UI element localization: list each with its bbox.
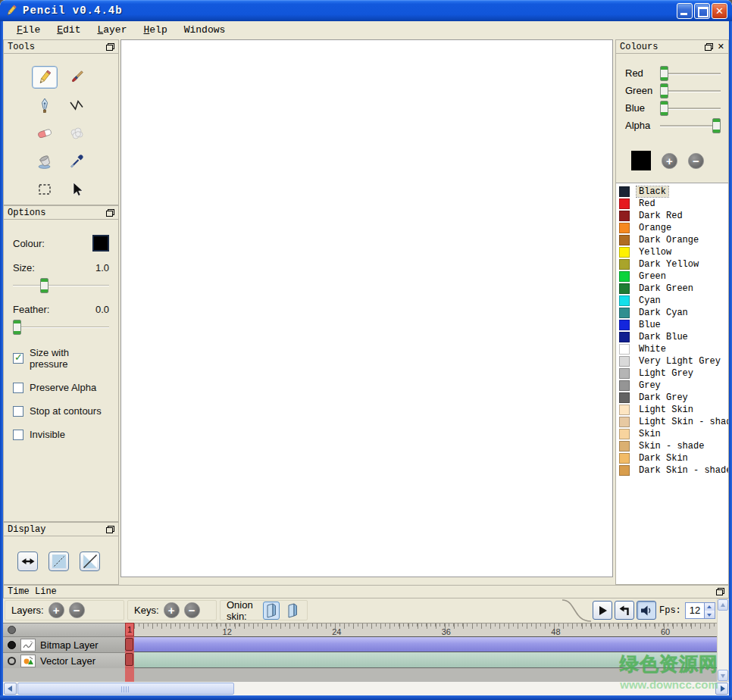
colour-list-item[interactable]: Skin - shade <box>616 440 728 452</box>
scrollbar-thumb[interactable] <box>17 683 234 695</box>
colour-list-item[interactable]: Dark Skin <box>616 452 728 464</box>
close-button[interactable] <box>712 3 727 19</box>
add-colour-button[interactable]: + <box>662 153 677 169</box>
add-key-button[interactable]: + <box>164 602 180 618</box>
colour-list-item[interactable]: Black <box>616 186 728 198</box>
tool-move-button[interactable] <box>64 178 89 201</box>
maximize-button[interactable] <box>694 3 710 19</box>
colour-list-item[interactable]: Dark Red <box>616 210 728 222</box>
feather-slider[interactable] <box>13 320 109 335</box>
drawing-canvas[interactable] <box>120 39 613 577</box>
timeline-horizontal-scrollbar[interactable] <box>3 682 729 695</box>
size-slider-thumb[interactable] <box>40 278 48 293</box>
colour-list-item[interactable]: Dark Green <box>616 283 728 295</box>
current-frame-indicator[interactable]: 1 <box>125 623 134 636</box>
visibility-all-icon[interactable] <box>8 626 16 634</box>
colour-list-item[interactable]: Dark Skin - shade <box>616 464 728 477</box>
colour-list-item[interactable]: Orange <box>616 222 728 234</box>
colour-list-item[interactable]: Green <box>616 270 728 283</box>
current-colour-swatch[interactable] <box>92 235 109 252</box>
visibility-on-icon[interactable] <box>8 641 16 649</box>
checkbox-icon[interactable] <box>13 406 23 417</box>
colour-list-item[interactable]: Dark Cyan <box>616 307 728 319</box>
scroll-right-icon[interactable] <box>715 683 728 695</box>
tool-select-button[interactable] <box>32 178 58 201</box>
tool-pencil-button[interactable] <box>32 66 58 89</box>
display-panel-header[interactable]: Display <box>4 523 118 536</box>
checkbox-icon[interactable] <box>13 353 23 364</box>
outlines-button[interactable] <box>80 552 100 571</box>
timeline-tracks[interactable]: 1224364860 1 <box>125 623 717 682</box>
fps-spinner[interactable]: 12 <box>685 602 715 619</box>
colour-list-item[interactable]: Blue <box>616 319 728 331</box>
colour-list-item[interactable]: Dark Blue <box>616 331 728 343</box>
colour-list-item[interactable]: Light Skin <box>616 404 728 416</box>
colour-list-item[interactable]: Very Light Grey <box>616 355 728 367</box>
option-checkbox-row[interactable]: Stop at contours <box>13 405 109 417</box>
thin-lines-button[interactable] <box>48 552 69 571</box>
colour-list-item[interactable]: Grey <box>616 380 728 392</box>
vector-layer-track[interactable] <box>125 652 717 668</box>
visibility-off-icon[interactable] <box>8 657 16 665</box>
remove-key-button[interactable]: − <box>184 602 200 618</box>
colour-list-item[interactable]: Dark Yellow <box>616 258 728 270</box>
float-panel-icon[interactable] <box>106 526 114 533</box>
menu-item[interactable]: Help <box>136 23 174 37</box>
float-panel-icon[interactable] <box>106 43 114 51</box>
channel-slider-thumb[interactable] <box>660 83 668 98</box>
option-checkbox-row[interactable]: Size with pressure <box>13 347 109 370</box>
flip-horizontal-button[interactable] <box>17 552 38 571</box>
size-slider[interactable] <box>13 278 109 293</box>
bitmap-layer-track[interactable] <box>125 636 717 652</box>
float-panel-icon[interactable] <box>106 209 114 217</box>
sound-button[interactable] <box>637 601 656 620</box>
loop-button[interactable] <box>615 601 634 620</box>
layer-row-vector[interactable]: Vector Layer <box>3 652 125 668</box>
tool-eraser-button[interactable] <box>32 122 58 145</box>
colour-list-item[interactable]: Cyan <box>616 295 728 307</box>
float-panel-icon[interactable] <box>716 588 724 595</box>
colour-list-item[interactable]: Yellow <box>616 246 728 258</box>
tool-pen-button[interactable] <box>32 94 58 117</box>
float-panel-icon[interactable] <box>705 43 713 51</box>
menu-item[interactable]: Windows <box>177 23 233 37</box>
onion-next-button[interactable] <box>284 602 301 620</box>
colour-list-item[interactable]: Skin <box>616 428 728 440</box>
colour-list-item[interactable]: Red <box>616 198 728 210</box>
colour-list-item[interactable]: White <box>616 343 728 355</box>
tools-panel-header[interactable]: Tools <box>4 40 118 54</box>
colours-panel-header[interactable]: Colours ✕ <box>616 40 728 54</box>
menu-item[interactable]: Edit <box>49 23 88 37</box>
remove-colour-button[interactable]: − <box>688 153 704 169</box>
colour-list-item[interactable]: Dark Grey <box>616 392 728 404</box>
channel-slider-thumb[interactable] <box>712 118 721 133</box>
option-checkbox-row[interactable]: Invisible <box>13 429 109 440</box>
timeline-vertical-scrollbar[interactable] <box>717 598 729 682</box>
timeline-ruler[interactable]: 1224364860 <box>125 623 717 636</box>
selected-colour-swatch[interactable] <box>631 151 651 170</box>
colour-channel-slider[interactable]: Green <box>625 82 721 99</box>
timeline-header[interactable]: Time Line <box>3 585 729 598</box>
keyframe[interactable] <box>125 653 133 666</box>
remove-layer-button[interactable]: − <box>69 602 85 618</box>
fps-value[interactable]: 12 <box>686 603 704 618</box>
minimize-button[interactable] <box>677 3 693 19</box>
menu-item[interactable]: Layer <box>89 23 134 37</box>
spin-down-icon[interactable] <box>705 611 715 618</box>
onion-prev-button[interactable] <box>263 602 280 620</box>
spin-up-icon[interactable] <box>705 603 715 611</box>
tool-bucket-button[interactable] <box>32 150 58 173</box>
colour-list-item[interactable]: Dark Orange <box>616 234 728 246</box>
tool-brush-button[interactable] <box>64 66 89 89</box>
keyframe[interactable] <box>125 638 133 651</box>
play-button[interactable] <box>593 601 612 620</box>
layer-row-bitmap[interactable]: Bitmap Layer <box>3 636 125 652</box>
scroll-up-icon[interactable] <box>718 599 728 611</box>
feather-slider-thumb[interactable] <box>13 320 21 335</box>
option-checkbox-row[interactable]: Preserve Alpha <box>13 382 109 393</box>
colour-channel-slider[interactable]: Red <box>625 64 721 82</box>
colour-channel-slider[interactable]: Alpha <box>625 117 721 134</box>
colour-list-item[interactable]: Light Grey <box>616 367 728 380</box>
colour-channel-slider[interactable]: Blue <box>625 99 721 117</box>
tool-polyline-button[interactable] <box>64 94 89 117</box>
